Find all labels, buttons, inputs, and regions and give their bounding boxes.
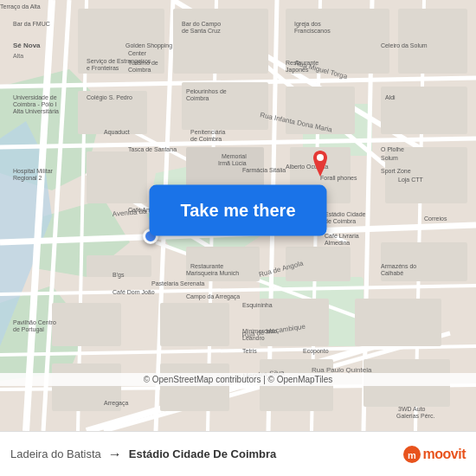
svg-text:Correios: Correios: [424, 215, 447, 222]
svg-rect-49: [355, 299, 441, 346]
svg-text:Farmácia Sitália: Farmácia Sitália: [242, 167, 286, 173]
svg-text:3WD Auto: 3WD Auto: [398, 406, 426, 412]
svg-text:de Portugal: de Portugal: [13, 326, 44, 333]
svg-text:O Plolhe: O Plolhe: [381, 146, 404, 152]
svg-text:Calhabé: Calhabé: [381, 270, 403, 276]
svg-text:Irmã Lúcia: Irmã Lúcia: [218, 160, 247, 166]
svg-text:Golden Shopping: Golden Shopping: [125, 42, 172, 49]
svg-text:Arregaça: Arregaça: [104, 400, 129, 407]
svg-text:Celeiro da Solum: Celeiro da Solum: [381, 42, 428, 48]
destination-marker: [310, 151, 331, 177]
bottom-bar: Ladeira do Batista → Estádio Cidade De C…: [0, 431, 476, 476]
svg-rect-33: [398, 9, 467, 74]
svg-text:e Fronteiras: e Fronteiras: [87, 65, 119, 71]
svg-text:Leandro: Leandro: [242, 335, 265, 341]
svg-text:Sport Zone: Sport Zone: [381, 168, 411, 175]
svg-text:Alta Universitária: Alta Universitária: [13, 108, 59, 114]
svg-text:Coimbra - Pólo I: Coimbra - Pólo I: [13, 101, 57, 107]
arrow-icon: →: [108, 447, 122, 462]
svg-text:Ecoponto: Ecoponto: [303, 348, 329, 355]
svg-text:Aldi: Aldi: [385, 94, 396, 100]
svg-text:Minimercado: Minimercado: [242, 328, 277, 334]
svg-text:de Santa Cruz: de Santa Cruz: [182, 28, 221, 34]
svg-text:Tasca de Santana: Tasca de Santana: [128, 146, 177, 152]
map-attribution: © OpenStreetMap contributors | © OpenMap…: [0, 373, 476, 386]
svg-text:Terraço da Alta: Terraço da Alta: [0, 3, 41, 10]
svg-text:Restaurante: Restaurante: [286, 60, 318, 66]
svg-text:Restaurante: Restaurante: [190, 263, 223, 269]
svg-text:Japonês: Japonês: [286, 67, 309, 74]
svg-text:Estádio Cidade: Estádio Cidade: [325, 211, 366, 217]
svg-rect-31: [173, 9, 268, 74]
svg-rect-46: [52, 303, 121, 346]
svg-text:Regional 2: Regional 2: [13, 175, 42, 182]
svg-text:Solum: Solum: [381, 155, 398, 161]
svg-rect-38: [87, 151, 147, 203]
svg-text:Tetris: Tetris: [242, 348, 257, 354]
svg-text:Center: Center: [128, 50, 147, 56]
svg-text:Pelourinhos de: Pelourinhos de: [186, 88, 227, 94]
origin-label: Ladeira do Batista: [10, 447, 101, 460]
svg-text:Universidade de: Universidade de: [13, 94, 57, 100]
svg-text:Campo da Arregaça: Campo da Arregaça: [186, 293, 240, 300]
svg-text:Marisqueira Munich: Marisqueira Munich: [186, 270, 239, 277]
svg-text:Penitenciária: Penitenciária: [190, 129, 226, 135]
svg-text:Esquininha: Esquininha: [242, 302, 273, 309]
svg-text:Hospital Militar: Hospital Militar: [13, 168, 54, 175]
svg-text:de Coimbra: de Coimbra: [190, 136, 222, 142]
svg-text:Coimbra: Coimbra: [128, 67, 151, 73]
svg-text:Colégio S. Pedro: Colégio S. Pedro: [87, 94, 132, 101]
svg-text:Pastelaria Serenata: Pastelaria Serenata: [151, 280, 205, 286]
svg-rect-51: [160, 363, 229, 411]
app: Avenida da Lousã Rua do Brasil Rua de An…: [0, 0, 476, 476]
moovit-text: moovit: [423, 447, 466, 462]
route-info: Ladeira do Batista → Estádio Cidade De C…: [10, 447, 403, 462]
svg-text:Bar da FMUC: Bar da FMUC: [13, 21, 50, 27]
destination-label: Estádio Cidade De Coimbra: [129, 447, 276, 460]
svg-point-125: [317, 154, 324, 161]
svg-text:Galerias Pérc.: Galerias Pérc.: [396, 413, 434, 419]
svg-text:Bar do Campo: Bar do Campo: [182, 21, 221, 28]
svg-text:Armazéns do: Armazéns do: [381, 263, 416, 269]
svg-text:Memorial: Memorial: [222, 153, 247, 159]
svg-text:B'gs: B'gs: [113, 272, 125, 279]
svg-text:de Coimbra: de Coimbra: [325, 218, 356, 224]
svg-text:Alta: Alta: [13, 53, 23, 59]
map-container: Avenida da Lousã Rua do Brasil Rua de An…: [0, 0, 476, 431]
svg-text:Pavilhão Centro: Pavilhão Centro: [13, 319, 56, 325]
svg-text:Café Dom João: Café Dom João: [113, 289, 155, 295]
svg-text:Coimbra: Coimbra: [186, 95, 209, 101]
svg-text:Serviço de Estrangeiros: Serviço de Estrangeiros: [87, 58, 151, 65]
svg-text:Café Livraria: Café Livraria: [325, 233, 359, 239]
svg-text:Almedina: Almedina: [325, 240, 350, 246]
svg-rect-47: [160, 303, 229, 346]
svg-text:Igreja dos: Igreja dos: [294, 21, 321, 28]
svg-text:Aquaduct: Aquaduct: [104, 129, 130, 136]
svg-text:Loja CTT: Loja CTT: [398, 177, 424, 183]
svg-text:m: m: [408, 450, 416, 460]
moovit-logo-icon: m: [403, 446, 421, 463]
svg-text:Franciscanos: Franciscanos: [294, 28, 331, 34]
take-me-there-button[interactable]: Take me there: [149, 185, 326, 236]
svg-text:Sé Nova: Sé Nova: [13, 42, 41, 49]
moovit-logo: m moovit: [403, 446, 466, 463]
